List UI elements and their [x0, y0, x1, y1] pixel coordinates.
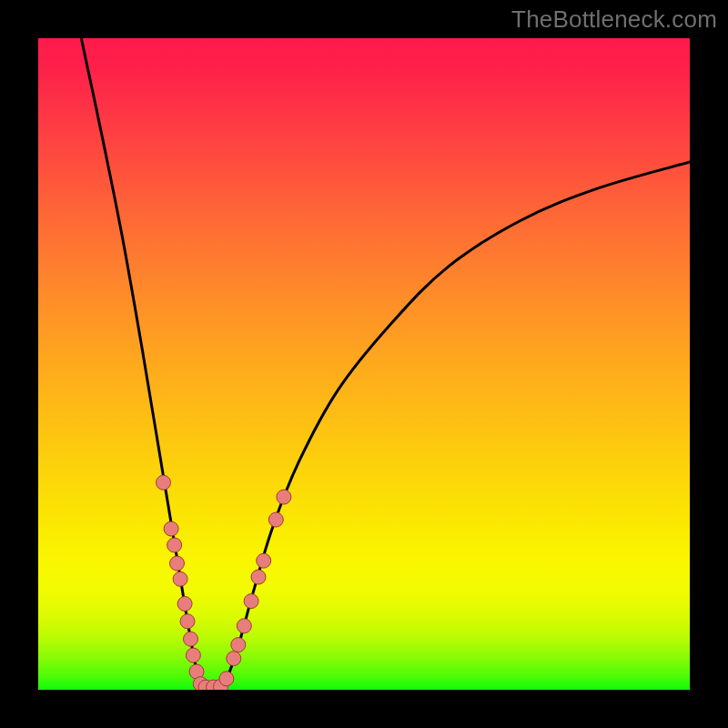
scatter-dot [184, 632, 198, 646]
scatter-dot [277, 490, 291, 504]
chart-frame: TheBottleneck.com [0, 0, 728, 728]
scatter-dot [173, 571, 187, 586]
watermark-text: TheBottleneck.com [511, 5, 717, 34]
scatter-dot [177, 597, 192, 612]
scatter-dot [244, 594, 258, 609]
scatter-dot [180, 614, 195, 629]
scatter-dot [170, 556, 185, 571]
scatter-dot [186, 648, 200, 662]
scatter-dot [231, 638, 246, 652]
curve-left [81, 38, 201, 686]
chart-svg [38, 38, 690, 690]
scatter-group [157, 475, 291, 690]
scatter-dot [237, 619, 251, 633]
scatter-dot [157, 475, 171, 490]
curve-right [224, 162, 690, 686]
scatter-dot [227, 652, 241, 666]
plot-area [38, 38, 690, 690]
scatter-dot [219, 672, 234, 686]
scatter-dot [164, 521, 178, 536]
scatter-dot [251, 570, 266, 584]
scatter-dot [167, 538, 182, 552]
scatter-dot [268, 512, 283, 527]
scatter-dot [257, 553, 271, 568]
